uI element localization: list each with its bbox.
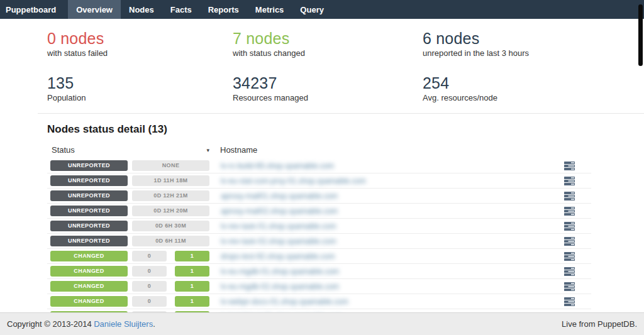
stat-failed-label: with status failed — [47, 48, 233, 58]
footer: Copyright © 2013-2014 Daniele Sluijters.… — [0, 312, 644, 335]
unreported-duration-badge: 0D 12H 20M — [132, 206, 209, 216]
tasks-icon-glyph — [564, 192, 575, 200]
table-row: UNREPORTED0D 12H 21Maproxy-mail01.shop.s… — [47, 189, 591, 204]
tasks-icon-glyph — [564, 297, 575, 306]
status-detail-cell: NONE — [132, 160, 209, 171]
unreported-duration-badge: 0D 6H 11M — [132, 236, 209, 246]
table-row: UNREPORTED0D 6H 11Mlv-rev-task-02.shop.s… — [47, 234, 591, 249]
brand-puppetboard[interactable]: Puppetboard — [0, 0, 62, 19]
status-badge: CHANGED — [50, 266, 128, 277]
tab-nodes[interactable]: Nodes — [121, 0, 162, 19]
tasks-icon[interactable] — [564, 222, 575, 231]
status-column-header[interactable]: Status ▾ — [47, 145, 209, 155]
hostname-link[interactable]: aproxy-mail01.shop.spamable.com — [221, 192, 564, 200]
page-title: Nodes status detail (13) — [47, 123, 591, 136]
unreported-duration-badge: 0D 12H 21M — [132, 190, 209, 201]
stat-population-value: 135 — [47, 74, 233, 92]
table-header: Status ▾ Hostname — [47, 145, 591, 158]
hostname-column-header: Hostname — [220, 145, 257, 155]
hostname-link[interactable]: lv-rev-task-02.shop.spamable.com — [221, 237, 564, 246]
status-detail-cell: 1D 11H 18M — [132, 175, 209, 186]
stat-avg-resources: 254 Avg. resources/node — [423, 74, 591, 102]
stat-changed-value: 7 nodes — [233, 29, 423, 48]
hostname-link[interactable]: lv-eu-mgdb-01.shop.spamable.com — [221, 267, 564, 276]
tasks-icon-glyph — [564, 237, 575, 246]
status-detail-cell: 0D 6H 11M — [132, 236, 209, 246]
tasks-icon[interactable] — [564, 177, 575, 185]
table-row: CHANGED01lv-eu-mgdb-01.shop.spamable.com — [47, 264, 591, 279]
stat-population-label: Population — [47, 93, 233, 102]
hostname-link[interactable]: lv-eu-stat-com-prxy-01.shop.spamable.com — [221, 177, 564, 185]
table-row: UNREPORTED0D 6H 30Mlv-rev-task-01.shop.s… — [47, 219, 591, 234]
table-row: UNREPORTED1D 11H 18Mlv-eu-stat-com-prxy-… — [47, 173, 591, 189]
status-table-body: UNREPORTEDNONElv-rc-build-65.shop.spamab… — [47, 158, 591, 324]
chevron-down-icon[interactable]: ▾ — [206, 147, 209, 153]
hostname-link[interactable]: lv-eu-mgdb-02.shop.spamable.com — [221, 282, 564, 291]
stat-changed-label: with status changed — [233, 48, 423, 58]
stat-failed: 0 nodes with status failed — [47, 29, 233, 58]
stat-unreported-value: 6 nodes — [423, 29, 591, 48]
live-from-puppetdb-text: Live from PuppetDB. — [562, 319, 637, 329]
tasks-icon[interactable] — [564, 252, 575, 261]
stat-changed: 7 nodes with status changed — [233, 29, 423, 58]
table-row: UNREPORTEDNONElv-rc-build-65.shop.spamab… — [47, 158, 591, 173]
changed-count-badge: 1 — [175, 281, 209, 292]
tab-facts[interactable]: Facts — [162, 0, 200, 19]
tasks-icon[interactable] — [564, 207, 575, 216]
top-navbar: Puppetboard Overview Nodes Facts Reports… — [0, 0, 644, 19]
tab-metrics[interactable]: Metrics — [247, 0, 292, 19]
stat-population: 135 Population — [47, 74, 233, 102]
tasks-icon-glyph — [564, 177, 575, 185]
status-detail-cell: 0D 6H 30M — [132, 221, 209, 231]
tasks-icon[interactable] — [564, 297, 575, 306]
overview-stats: 0 nodes with status failed 7 nodes with … — [47, 19, 591, 102]
hostname-link[interactable]: lv-rc-build-65.shop.spamable.com — [221, 162, 564, 170]
table-row: CHANGED01drops-test-92.shop.spamable.com — [47, 249, 591, 264]
stat-avg-resources-value: 254 — [423, 74, 591, 92]
table-row: CHANGED01lv-eu-mgdb-02.shop.spamable.com — [47, 279, 591, 294]
changed-count-badge: 1 — [175, 251, 209, 261]
hostname-link[interactable]: aproxy-mail02.shop.spamable.com — [221, 207, 564, 216]
skipped-count-badge: 0 — [132, 296, 167, 307]
unreported-duration-badge: NONE — [132, 160, 209, 171]
changed-count-badge: 1 — [175, 266, 209, 277]
skipped-count-badge: 0 — [132, 251, 167, 261]
tasks-icon-glyph — [564, 207, 575, 216]
status-badge: CHANGED — [50, 251, 128, 261]
status-header-label: Status — [52, 145, 75, 155]
copyright-suffix: . — [153, 319, 155, 329]
tasks-icon-glyph — [564, 162, 575, 170]
status-detail-cell: 01 — [132, 266, 209, 277]
tasks-icon[interactable] — [564, 267, 575, 276]
status-badge: UNREPORTED — [50, 221, 128, 231]
changed-count-badge: 1 — [175, 296, 209, 307]
tab-reports[interactable]: Reports — [200, 0, 247, 19]
stat-unreported: 6 nodes unreported in the last 3 hours — [423, 29, 591, 58]
tasks-icon[interactable] — [564, 162, 575, 170]
hostname-link[interactable]: lv-rev-task-01.shop.spamable.com — [221, 222, 564, 231]
hostname-link[interactable]: drops-test-92.shop.spamable.com — [221, 252, 564, 261]
status-detail-cell: 01 — [132, 281, 209, 292]
copyright-years: Copyright © 2013-2014 — [7, 319, 92, 329]
hostname-link[interactable]: lv-webpr-docs-01.shop.spamable.com — [221, 297, 564, 306]
table-row: CHANGED01lv-webpr-docs-01.shop.spamable.… — [47, 294, 591, 309]
stat-resources-label: Resources managed — [233, 93, 423, 102]
tasks-icon-glyph — [564, 252, 575, 261]
status-badge: UNREPORTED — [50, 160, 128, 171]
author-link[interactable]: Daniele Sluijters — [94, 319, 153, 329]
tasks-icon[interactable] — [564, 282, 575, 291]
unreported-duration-badge: 0D 6H 30M — [132, 221, 209, 231]
stat-resources: 34237 Resources managed — [233, 74, 423, 102]
tasks-icon-glyph — [564, 222, 575, 231]
stat-resources-value: 34237 — [233, 74, 423, 92]
status-badge: UNREPORTED — [50, 175, 128, 186]
vertical-scrollbar-thumb[interactable] — [638, 4, 643, 66]
copyright-text: Copyright © 2013-2014 Daniele Sluijters. — [7, 319, 155, 329]
tab-overview[interactable]: Overview — [68, 0, 121, 19]
status-detail-cell: 01 — [132, 296, 209, 307]
section-divider — [38, 113, 644, 114]
status-badge: CHANGED — [50, 296, 128, 307]
tab-query[interactable]: Query — [292, 0, 332, 19]
tasks-icon[interactable] — [564, 192, 575, 200]
tasks-icon[interactable] — [564, 237, 575, 246]
